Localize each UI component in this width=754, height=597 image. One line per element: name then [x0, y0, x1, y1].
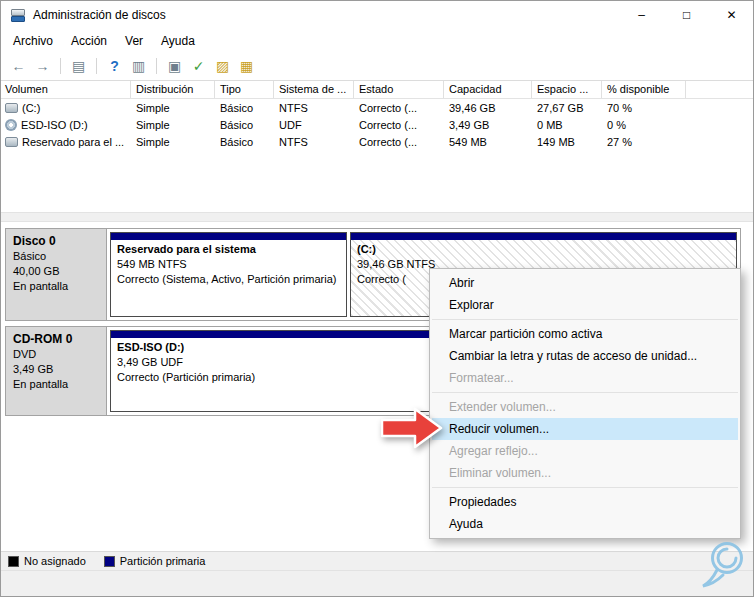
red-arrow-annotation	[381, 406, 443, 450]
menu-bar: Archivo Acción Ver Ayuda	[0, 30, 754, 52]
toolbar-export-list-icon[interactable]: ▥	[128, 56, 149, 77]
menu-item-formatear: Formatear...	[430, 367, 740, 389]
menu-item-explorar[interactable]: Explorar	[430, 294, 740, 316]
cell-capacidad: 39,46 GB	[444, 99, 532, 116]
cell-disponible: 27 %	[602, 133, 686, 150]
cell-capacidad: 549 MB	[444, 133, 532, 150]
toolbar-separator	[60, 58, 61, 74]
cell-disponible: 70 %	[602, 99, 686, 116]
toolbar-forward-icon[interactable]: →	[32, 56, 53, 77]
column-distribucion[interactable]: Distribución	[131, 81, 215, 98]
cell-distribucion: Simple	[131, 99, 215, 116]
menu-separator	[432, 392, 738, 393]
cell-volumen: ESD-ISO (D:)	[21, 119, 88, 131]
partition-status: Correcto (Sistema, Activo, Partición pri…	[117, 272, 340, 287]
partition-reservado[interactable]: Reservado para el sistema 549 MB NTFS Co…	[110, 232, 347, 317]
cell-distribucion: Simple	[131, 133, 215, 150]
cell-disponible: 0 %	[602, 116, 686, 133]
volume-list: Volumen Distribución Tipo Sistema de ...…	[0, 81, 754, 212]
toolbar-properties-icon[interactable]: ▣	[164, 56, 185, 77]
cell-tipo: Básico	[215, 99, 274, 116]
legend-bar: No asignado Partición primaria	[0, 551, 754, 570]
cell-estado: Correcto (...	[354, 116, 444, 133]
menu-item-agregar-reflejo: Agregar reflejo...	[430, 440, 740, 462]
menu-item-abrir[interactable]: Abrir	[430, 272, 740, 294]
toolbar-separator	[156, 58, 157, 74]
toolbar-details-view-icon[interactable]: ▦	[236, 56, 257, 77]
menu-accion[interactable]: Acción	[62, 31, 116, 51]
window-controls: – □ ✕	[619, 0, 754, 30]
menu-archivo[interactable]: Archivo	[4, 31, 62, 51]
toolbar-help-icon[interactable]: ?	[104, 56, 125, 77]
column-espacio[interactable]: Espacio ...	[532, 81, 602, 98]
disk-0-info[interactable]: Disco 0 Básico 40,00 GB En pantalla	[6, 229, 107, 320]
partition-context-menu: Abrir Explorar Marcar partición como act…	[429, 268, 741, 539]
volume-row-reservado[interactable]: Reservado para el ... Simple Básico NTFS…	[0, 133, 754, 150]
menu-item-reducir-volumen[interactable]: Reducir volumen...	[432, 418, 738, 440]
toolbar-action-check-icon[interactable]: ✓	[188, 56, 209, 77]
window-title: Administración de discos	[33, 8, 166, 22]
menu-separator	[432, 319, 738, 320]
maximize-button[interactable]: □	[664, 0, 709, 30]
column-estado[interactable]: Estado	[354, 81, 444, 98]
menu-item-propiedades[interactable]: Propiedades	[430, 491, 740, 513]
menu-item-cambiar-letra[interactable]: Cambiar la letra y rutas de acceso de un…	[430, 345, 740, 367]
disk-size: 3,49 GB	[13, 362, 99, 377]
legend-label: No asignado	[24, 555, 86, 567]
menu-item-ayuda[interactable]: Ayuda	[430, 513, 740, 535]
close-button[interactable]: ✕	[709, 0, 754, 30]
disk-name: Disco 0	[13, 234, 99, 249]
volume-list-header: Volumen Distribución Tipo Sistema de ...…	[0, 81, 754, 99]
legend-label: Partición primaria	[120, 555, 206, 567]
drive-icon	[5, 103, 18, 113]
disk-size: 40,00 GB	[13, 264, 99, 279]
column-volumen[interactable]: Volumen	[0, 81, 131, 98]
cell-distribucion: Simple	[131, 116, 215, 133]
volume-row-esd-iso[interactable]: ESD-ISO (D:) Simple Básico UDF Correcto …	[0, 116, 754, 133]
cell-volumen: Reservado para el ...	[22, 136, 124, 148]
toolbar-console-tree-icon[interactable]: ▤	[68, 56, 89, 77]
disk-type: DVD	[13, 347, 99, 362]
column-capacidad[interactable]: Capacidad	[444, 81, 532, 98]
disk-name: CD-ROM 0	[13, 332, 99, 347]
legend-unallocated: No asignado	[8, 555, 86, 567]
cell-estado: Correcto (...	[354, 99, 444, 116]
title-bar: Administración de discos – □ ✕	[0, 0, 754, 30]
column-disponible[interactable]: % disponible	[602, 81, 686, 98]
toolbar-back-icon[interactable]: ←	[8, 56, 29, 77]
primary-partition-bar	[111, 233, 346, 240]
partition-info: 549 MB NTFS	[117, 257, 340, 272]
cdrom-0-info[interactable]: CD-ROM 0 DVD 3,49 GB En pantalla	[6, 327, 107, 415]
cell-volumen: (C:)	[22, 102, 40, 114]
menu-item-extender-volumen: Extender volumen...	[430, 396, 740, 418]
drive-icon	[5, 137, 18, 147]
cell-espacio: 27,67 GB	[532, 99, 602, 116]
menu-separator	[432, 487, 738, 488]
cell-espacio: 149 MB	[532, 133, 602, 150]
cd-icon	[5, 119, 17, 131]
unallocated-swatch	[8, 556, 19, 567]
toolbar: ← → ▤ ? ▥ ▣ ✓ ▨ ▦	[0, 52, 754, 81]
column-tipo[interactable]: Tipo	[215, 81, 274, 98]
speech-bubble-logo-icon	[700, 539, 750, 591]
primary-partition-bar	[351, 233, 736, 240]
minimize-button[interactable]: –	[619, 0, 664, 30]
disk-management-app-icon[interactable]	[10, 7, 26, 23]
status-bar	[0, 570, 754, 597]
menu-ver[interactable]: Ver	[116, 31, 152, 51]
column-filler	[686, 81, 754, 98]
legend-primary-partition: Partición primaria	[104, 555, 206, 567]
partition-label: Reservado para el sistema	[117, 242, 340, 257]
toolbar-separator	[96, 58, 97, 74]
toolbar-folder-view-icon[interactable]: ▨	[212, 56, 233, 77]
menu-item-marcar-particion-activa[interactable]: Marcar partición como activa	[430, 323, 740, 345]
primary-partition-swatch	[104, 556, 115, 567]
cell-sistema: NTFS	[274, 99, 354, 116]
menu-ayuda[interactable]: Ayuda	[152, 31, 204, 51]
pane-splitter[interactable]	[0, 212, 754, 222]
cell-estado: Correcto (...	[354, 133, 444, 150]
cell-espacio: 0 MB	[532, 116, 602, 133]
column-sistema[interactable]: Sistema de ...	[274, 81, 354, 98]
cell-sistema: NTFS	[274, 133, 354, 150]
volume-row-c[interactable]: (C:) Simple Básico NTFS Correcto (... 39…	[0, 99, 754, 116]
